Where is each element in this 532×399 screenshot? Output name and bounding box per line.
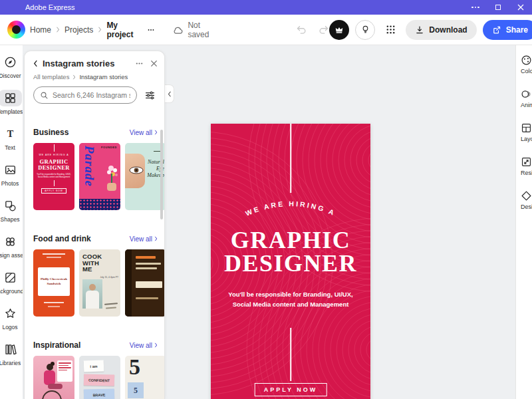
project-more-icon[interactable] bbox=[147, 26, 155, 34]
apply-now-button-text[interactable]: APPLY NOW bbox=[255, 383, 327, 396]
rail-item-color[interactable]: Color bbox=[521, 55, 532, 74]
redo-icon[interactable] bbox=[318, 24, 329, 35]
download-button[interactable]: Download bbox=[406, 20, 476, 40]
text-icon: T bbox=[4, 128, 17, 140]
bottom-divider-line[interactable] bbox=[290, 328, 291, 381]
window-maximize-icon[interactable] bbox=[487, 0, 509, 15]
libraries-icon bbox=[4, 343, 17, 356]
design-assets-icon bbox=[4, 235, 17, 248]
history-controls bbox=[296, 24, 329, 35]
sidebar-item-photos[interactable]: Photos bbox=[0, 158, 23, 190]
rail-item-layout[interactable]: Layout bbox=[521, 122, 532, 142]
rail-item-design[interactable]: Design bbox=[521, 190, 532, 210]
panel-breadcrumb: All templates Instagram stories bbox=[33, 73, 158, 80]
body-text[interactable]: You'll be responsible for Branding, UI/U… bbox=[216, 290, 365, 309]
breadcrumb-current-project[interactable]: My project bbox=[106, 21, 141, 39]
chevron-right-icon bbox=[154, 342, 158, 348]
search-input[interactable] bbox=[53, 91, 130, 99]
view-all-link[interactable]: View all bbox=[130, 235, 158, 243]
cloud-icon bbox=[172, 25, 184, 35]
view-all-link[interactable]: View all bbox=[130, 129, 158, 136]
sidebar-item-templates[interactable]: Templates bbox=[0, 86, 23, 118]
section-title: Business bbox=[33, 128, 68, 137]
search-icon bbox=[40, 91, 49, 100]
rail-item-resize[interactable]: Resize bbox=[521, 156, 532, 176]
breadcrumb-home[interactable]: Home bbox=[30, 25, 51, 35]
undo-icon[interactable] bbox=[296, 24, 307, 35]
sidebar-item-shapes[interactable]: Shapes bbox=[0, 194, 23, 226]
template-thumb-sticky-notes[interactable]: I am CONFIDENT BRAVE CAPABLE bbox=[79, 356, 120, 399]
save-status-label: Not saved bbox=[188, 21, 221, 39]
window-menu-icon[interactable] bbox=[464, 0, 487, 15]
sidebar-item-discover[interactable]: Discover bbox=[0, 51, 23, 82]
templates-icon bbox=[4, 92, 17, 104]
panel-breadcrumb-current: Instagram stories bbox=[79, 73, 128, 80]
main-toolbar: Home Projects My project Not saved bbox=[0, 15, 532, 45]
resize-icon bbox=[521, 156, 532, 168]
template-thumb-inspiration-photo[interactable] bbox=[33, 356, 74, 399]
panel-scrollbar[interactable] bbox=[160, 130, 163, 219]
chef-photo bbox=[82, 279, 102, 309]
template-row: Philly CheesesteakSandwich COOK WITH ME … bbox=[33, 249, 158, 317]
body-line2: Social Media content and Management bbox=[216, 300, 365, 310]
share-button[interactable]: Share bbox=[483, 20, 532, 40]
panel-breadcrumb-root[interactable]: All templates bbox=[33, 73, 69, 80]
template-thumb-parade[interactable]: FOUNDED Parade bbox=[79, 143, 120, 210]
rail-item-animation[interactable]: Animation bbox=[521, 88, 532, 108]
panel-close-icon[interactable] bbox=[150, 60, 158, 67]
template-thumb-hiring[interactable]: WE ARE HIRING A GRAPHIC DESIGNER You'll … bbox=[33, 143, 74, 210]
template-thumb-recipes[interactable] bbox=[125, 249, 165, 317]
search-row bbox=[33, 86, 158, 104]
window-controls bbox=[464, 0, 532, 15]
layout-icon bbox=[521, 122, 532, 134]
template-thumb-philly[interactable]: Philly CheesesteakSandwich bbox=[33, 249, 74, 317]
apps-grid-icon[interactable] bbox=[381, 21, 400, 39]
chevron-right-icon bbox=[98, 27, 102, 33]
headline-text[interactable]: GRAPHIC DESIGNER bbox=[211, 229, 370, 276]
crown-icon bbox=[334, 25, 344, 35]
premium-button[interactable] bbox=[329, 20, 349, 40]
sidebar-item-design-assets[interactable]: Design assets bbox=[0, 230, 23, 262]
share-icon bbox=[492, 25, 501, 35]
app-title: Adobe Express bbox=[25, 3, 75, 11]
panel-collapse-button[interactable] bbox=[165, 84, 174, 103]
sidebar-item-libraries[interactable]: Libraries bbox=[0, 338, 23, 370]
top-divider-line[interactable] bbox=[290, 124, 291, 193]
chevron-right-icon bbox=[56, 27, 60, 33]
design-icon bbox=[521, 190, 532, 201]
filter-icon[interactable] bbox=[142, 87, 158, 103]
search-box[interactable] bbox=[33, 86, 137, 104]
ideas-button[interactable] bbox=[355, 20, 375, 40]
panel-more-icon[interactable] bbox=[135, 59, 144, 68]
face-photo bbox=[125, 154, 145, 188]
adobe-express-logo[interactable] bbox=[7, 21, 25, 39]
wheelchair-wheel bbox=[42, 390, 62, 399]
story-artboard[interactable]: WE ARE HIRING A GRAPHIC DESIGNER You'll … bbox=[211, 124, 370, 399]
save-status: Not saved bbox=[172, 21, 221, 39]
templates-panel: Instagram stories All templates Instagra… bbox=[24, 51, 165, 399]
breadcrumb-projects[interactable]: Projects bbox=[65, 25, 93, 35]
logos-icon bbox=[4, 307, 17, 320]
download-label: Download bbox=[429, 25, 467, 35]
quote-card bbox=[57, 360, 72, 382]
chevron-right-icon bbox=[154, 236, 158, 241]
sidebar-item-backgrounds[interactable]: Backgrounds bbox=[0, 266, 23, 298]
view-all-link[interactable]: View all bbox=[130, 342, 158, 349]
toolbar-right-cluster: Download Share bbox=[329, 20, 527, 40]
sidebar-item-logos[interactable]: Logos bbox=[0, 302, 23, 334]
section-business: Business View all WE ARE HIRING A GRAPHI… bbox=[33, 128, 158, 210]
section-title: Food and drink bbox=[33, 234, 91, 243]
chevron-left-icon bbox=[168, 91, 172, 97]
template-thumb-eye-makeup[interactable]: Natural Eye Makeup bbox=[125, 143, 165, 210]
panel-header: Instagram stories bbox=[33, 59, 158, 68]
template-thumb-numbers[interactable]: 5 5 bbox=[125, 356, 165, 399]
window-close-icon[interactable] bbox=[509, 0, 532, 15]
back-icon[interactable] bbox=[33, 60, 38, 67]
sidebar-item-text[interactable]: T Text bbox=[0, 122, 23, 154]
template-thumb-cook-with-me[interactable]: COOK WITH ME July 15, 4-6pm PT bbox=[79, 249, 120, 317]
body-line1: You'll be responsible for Branding, UI/U… bbox=[216, 290, 365, 300]
chevron-right-icon bbox=[154, 130, 158, 135]
person-silhouette bbox=[47, 364, 53, 370]
section-title: Inspirational bbox=[33, 340, 80, 350]
backgrounds-icon bbox=[4, 271, 17, 284]
